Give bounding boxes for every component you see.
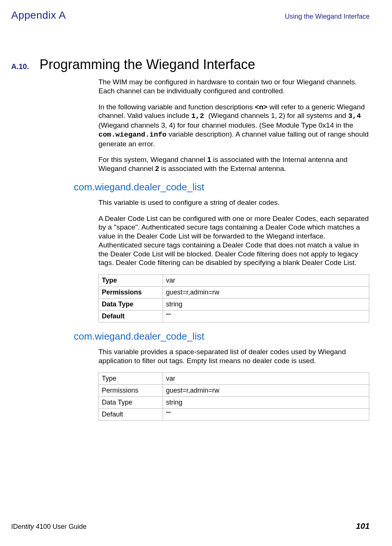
channel-1: 1 — [207, 156, 211, 163]
appendix-title: Appendix A — [11, 9, 66, 21]
table-row: Data Type string — [99, 299, 369, 311]
para-intro-1: The WIM may be configured in hardware to… — [98, 78, 370, 96]
page-footer: IDentity 4100 User Guide 101 — [11, 521, 370, 531]
header-subtitle: Using the Wiegand Interface — [285, 13, 370, 21]
subheading-dealer-code-list-1: com.wiegand.dealer_code_list — [74, 181, 370, 193]
sub1-p2: A Dealer Code List can be configured wit… — [98, 214, 370, 268]
cell-permissions-value: guest=r,admin=rw — [163, 384, 369, 396]
cell-type-label: Type — [99, 275, 163, 287]
property-table-2: Type var Permissions guest=r,admin=rw Da… — [98, 372, 369, 421]
placeholder-n: <n> — [255, 103, 267, 111]
cell-type-value: var — [163, 372, 369, 384]
sub1-p1: This variable is used to configure a str… — [98, 198, 370, 207]
table-row: Type var — [99, 372, 369, 384]
table-row: Default "" — [99, 311, 369, 322]
page: Appendix A Using the Wiegand Interface A… — [0, 0, 392, 546]
cell-default-value: "" — [163, 311, 369, 322]
text: In the following variable and function d… — [98, 103, 255, 111]
cell-datatype-value: string — [163, 396, 369, 408]
property-table-1: Type var Permissions guest=r,admin=rw Da… — [98, 274, 369, 322]
cell-datatype-label: Data Type — [99, 299, 163, 311]
cell-type-value: var — [163, 275, 369, 287]
section-number: A.10. — [11, 62, 40, 71]
text: ID — [11, 523, 18, 530]
cell-default-label: Default — [99, 311, 163, 322]
cell-type-label: Type — [99, 372, 163, 384]
cell-permissions-value: guest=r,admin=rw — [163, 287, 369, 299]
cell-default-label: Default — [99, 408, 163, 420]
para-intro-2: In the following variable and function d… — [98, 103, 370, 149]
section-title: Programming the Wiegand Interface — [40, 57, 255, 72]
text: (Wiegand channels 1, 2) for all systems … — [208, 112, 348, 119]
text-italic: entity — [18, 523, 34, 530]
table-row: Permissions guest=r,admin=rw — [99, 287, 369, 299]
page-header: Appendix A Using the Wiegand Interface — [11, 9, 370, 21]
para-intro-3: For this system, Wiegand channel 1 is as… — [98, 155, 370, 173]
table-row: Default "" — [99, 408, 369, 420]
values-12: 1,2 — [191, 112, 208, 120]
text: 4100 User Guide — [34, 523, 87, 530]
channel-2: 2 — [155, 165, 159, 172]
cell-default-value: "" — [163, 408, 369, 420]
text: (Wiegand channels 3, 4) for four channel… — [98, 121, 353, 129]
text: is associated with the External antenna. — [159, 165, 286, 172]
page-number: 101 — [356, 521, 370, 531]
text: For this system, Wiegand channel — [98, 156, 207, 163]
section-a10: A.10. Programming the Wiegand Interface … — [11, 57, 370, 421]
footer-doc-title: IDentity 4100 User Guide — [11, 523, 87, 531]
cell-permissions-label: Permissions — [99, 287, 163, 299]
values-34: 3,4 — [348, 112, 361, 120]
sub2-p1: This variable provides a space-separated… — [98, 347, 370, 365]
cell-permissions-label: Permissions — [99, 384, 163, 396]
table-row: Type var — [99, 275, 369, 287]
subheading-dealer-code-list-2: com.wiegand.dealer_code_list — [74, 331, 370, 342]
var-com-wiegand-info: com.wiegand.info — [98, 131, 166, 139]
cell-datatype-value: string — [163, 299, 369, 311]
table-row: Data Type string — [99, 396, 369, 408]
table-row: Permissions guest=r,admin=rw — [99, 384, 369, 396]
cell-datatype-label: Data Type — [99, 396, 163, 408]
